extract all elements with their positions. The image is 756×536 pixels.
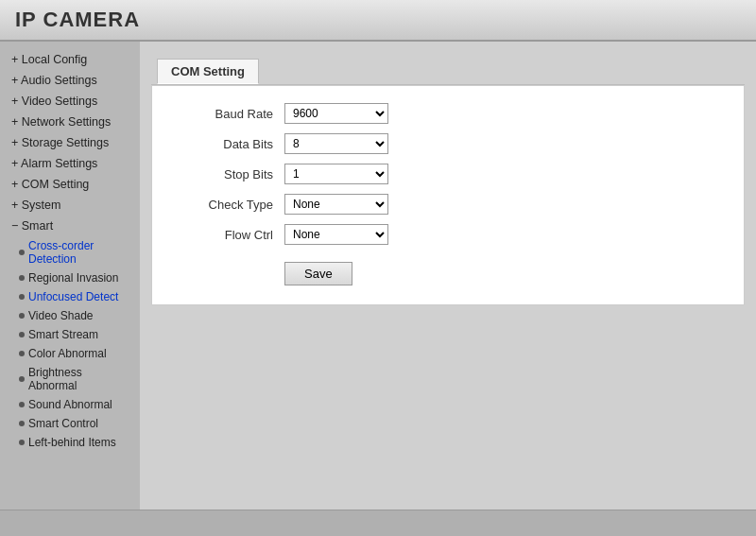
bullet-icon <box>19 250 25 255</box>
sidebar-subitem-left-behind-items[interactable]: Left-behind Items <box>0 433 140 452</box>
stop-bits-label: Stop Bits <box>171 167 284 182</box>
app-title: IP CAMERA <box>15 8 140 32</box>
sidebar-item-system[interactable]: + System <box>0 195 140 216</box>
sidebar-item-network-settings[interactable]: + Network Settings <box>0 112 140 132</box>
bullet-icon <box>19 376 25 382</box>
save-button[interactable]: Save <box>284 262 352 285</box>
data-bits-row: Data Bits 5678 <box>171 133 725 154</box>
footer <box>0 510 756 536</box>
bullet-icon <box>19 402 25 407</box>
subitem-label: Brightness Abnormal <box>28 366 132 392</box>
content-area: COM Setting Baud Rate 120024004800960019… <box>140 42 756 510</box>
check-type-row: Check Type NoneOddEven <box>171 194 725 215</box>
sidebar-subitem-brightness-abnormal[interactable]: Brightness Abnormal <box>0 363 140 395</box>
bullet-icon <box>19 351 25 356</box>
flow-ctrl-select[interactable]: NoneHardwareSoftware <box>284 224 388 245</box>
sidebar-item-audio-settings[interactable]: + Audio Settings <box>0 70 140 91</box>
bullet-icon <box>19 332 25 337</box>
panel-tab-wrapper: COM Setting <box>151 53 745 85</box>
flow-ctrl-label: Flow Ctrl <box>171 228 284 242</box>
subitem-label: Video Shade <box>28 309 94 322</box>
bullet-icon <box>19 440 25 445</box>
sidebar-subitem-sound-abnormal[interactable]: Sound Abnormal <box>0 395 140 414</box>
sidebar-subitem-color-abnormal[interactable]: Color Abnormal <box>0 344 140 363</box>
sidebar-subitem-cross-corder-detection[interactable]: Cross-corder Detection <box>0 236 140 268</box>
main-layout: + Local Config+ Audio Settings+ Video Se… <box>0 42 756 510</box>
subitem-label: Sound Abnormal <box>28 398 112 411</box>
stop-bits-row: Stop Bits 12 <box>171 164 725 184</box>
app-header: IP CAMERA <box>0 0 756 42</box>
subitem-label: Regional Invasion <box>28 271 118 285</box>
sidebar-item-storage-settings[interactable]: + Storage Settings <box>0 132 140 153</box>
panel: COM Setting Baud Rate 120024004800960019… <box>151 53 745 305</box>
baud-rate-select[interactable]: 1200240048009600192003840057600115200 <box>284 103 388 124</box>
sidebar-item-local-config[interactable]: + Local Config <box>0 49 140 70</box>
subitem-label: Smart Control <box>28 417 98 430</box>
subitem-label: Left-behind Items <box>28 436 116 449</box>
sidebar: + Local Config+ Audio Settings+ Video Se… <box>0 42 140 510</box>
bullet-icon <box>19 275 25 281</box>
sidebar-item-com-setting[interactable]: + COM Setting <box>0 174 140 195</box>
bullet-icon <box>19 421 25 426</box>
sidebar-subitem-unfocused-detect[interactable]: Unfocused Detect <box>0 287 140 306</box>
subitem-label: Smart Stream <box>28 328 98 341</box>
sidebar-subitem-regional-invasion[interactable]: Regional Invasion <box>0 268 140 287</box>
stop-bits-select[interactable]: 12 <box>284 164 388 184</box>
sidebar-item-alarm-settings[interactable]: + Alarm Settings <box>0 153 140 174</box>
save-row: Save <box>171 254 725 285</box>
sidebar-subitem-video-shade[interactable]: Video Shade <box>0 306 140 325</box>
bullet-icon <box>19 313 25 319</box>
subitem-label: Color Abnormal <box>28 347 107 360</box>
bullet-icon <box>19 294 25 300</box>
com-setting-tab[interactable]: COM Setting <box>157 59 259 84</box>
data-bits-select[interactable]: 5678 <box>284 133 388 154</box>
sidebar-subitem-smart-control[interactable]: Smart Control <box>0 414 140 433</box>
check-type-label: Check Type <box>171 198 284 212</box>
sidebar-item-video-settings[interactable]: + Video Settings <box>0 91 140 112</box>
baud-rate-row: Baud Rate 120024004800960019200384005760… <box>171 103 725 124</box>
subitem-label: Unfocused Detect <box>28 290 118 303</box>
flow-ctrl-row: Flow Ctrl NoneHardwareSoftware <box>171 224 725 245</box>
sidebar-item-smart[interactable]: − Smart <box>0 216 140 236</box>
check-type-select[interactable]: NoneOddEven <box>284 194 388 215</box>
data-bits-label: Data Bits <box>171 137 284 151</box>
subitem-label: Cross-corder Detection <box>28 239 132 266</box>
panel-body: Baud Rate 120024004800960019200384005760… <box>151 85 745 305</box>
baud-rate-label: Baud Rate <box>171 107 284 121</box>
sidebar-subitem-smart-stream[interactable]: Smart Stream <box>0 325 140 344</box>
